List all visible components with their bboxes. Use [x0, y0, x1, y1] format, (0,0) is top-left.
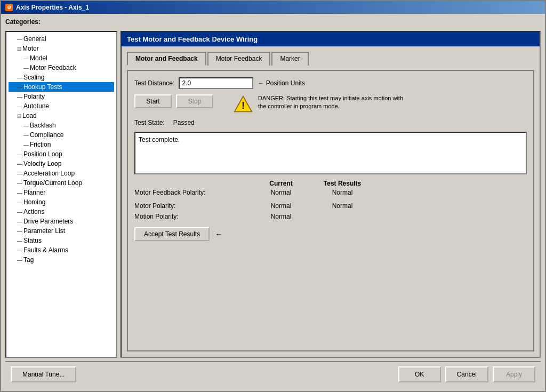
dash-icon-dp: — [17, 219, 22, 225]
sidebar-item-scaling[interactable]: — Scaling [9, 73, 114, 82]
sidebar-item-position-loop[interactable]: — Position Loop [9, 149, 114, 159]
sidebar-label-position-loop: Position Loop [23, 150, 62, 158]
dash-icon-tcl: — [17, 180, 22, 186]
dash-icon-compliance: — [23, 132, 29, 138]
results-current-motion: Normal [252, 213, 310, 220]
sidebar-label-load: Load [22, 112, 37, 119]
test-distance-input[interactable] [179, 77, 253, 89]
dash-icon-al: — [17, 171, 22, 177]
sidebar-item-torque-current-loop[interactable]: — Torque/Current Loop [9, 178, 114, 188]
svg-text:!: ! [242, 100, 245, 111]
bottom-left: Manual Tune... [11, 366, 76, 382]
apply-button[interactable]: Apply [493, 366, 535, 382]
test-distance-label: Test Distance: [134, 79, 174, 87]
sidebar-item-acceleration-loop[interactable]: — Acceleration Loop [9, 169, 114, 178]
danger-text: DANGER: Starting this test may initiate … [258, 94, 404, 111]
main-content: — General ⊟ Motor — Model — Motor Feedba… [5, 31, 541, 358]
sidebar-item-motor-feedback[interactable]: — Motor Feedback [9, 63, 114, 73]
right-panel: Test Motor and Feedback Device Wiring Mo… [121, 31, 541, 358]
dash-icon: — [17, 36, 22, 42]
tab-content: Test Distance: ← Position Units Start St… [127, 70, 534, 351]
tab-motor-and-feedback[interactable]: Motor and Feedback [127, 52, 206, 66]
sidebar-label-velocity-loop: Velocity Loop [23, 160, 61, 167]
dash-icon-friction: — [23, 142, 29, 148]
sidebar-item-parameter-list[interactable]: — Parameter List [9, 226, 114, 236]
dash-icon-paramlist: — [17, 228, 22, 234]
stop-button[interactable]: Stop [176, 94, 213, 108]
results-col-testresults-header: Test Results [310, 180, 374, 187]
dash-icon-tag: — [17, 257, 22, 263]
sidebar-item-hookup-tests[interactable]: — Hookup Tests [9, 82, 114, 92]
sidebar-label-polarity: Polarity [23, 93, 45, 100]
results-col-current-header: Current [252, 180, 310, 187]
results-label-mfp: Motor Feedback Polarity: [134, 189, 252, 196]
sidebar-item-polarity[interactable]: — Polarity [9, 92, 114, 101]
sidebar-label-hookup-tests: Hookup Tests [23, 83, 62, 91]
window-title: Axis Properties - Axis_1 [16, 4, 89, 11]
bottom-bar: Manual Tune... OK Cancel Apply [5, 361, 541, 387]
sidebar-label-faults-alarms: Faults & Alarms [23, 246, 68, 254]
sidebar-item-load[interactable]: ⊟ Load [9, 111, 114, 121]
sidebar-item-motor[interactable]: ⊟ Motor [9, 44, 114, 53]
sidebar-label-model: Model [30, 54, 47, 62]
sidebar-label-torque-current-loop: Torque/Current Loop [23, 179, 82, 187]
results-label-motion: Motion Polarity: [134, 213, 252, 220]
sidebar-label-motor: Motor [22, 45, 39, 52]
sidebar-item-faults-alarms[interactable]: — Faults & Alarms [9, 245, 114, 255]
accept-test-results-button[interactable]: Accept Test Results [134, 227, 210, 241]
sidebar-item-homing[interactable]: — Homing [9, 197, 114, 207]
dash-icon-status: — [17, 238, 22, 244]
dash-icon-mf: — [23, 65, 29, 71]
results-testresult-mfp: Normal [310, 189, 374, 196]
dash-icon-vl: — [17, 161, 22, 167]
categories-label: Categories: [5, 18, 541, 26]
dash-icon-backlash: — [23, 123, 29, 129]
position-units-label: ← Position Units [258, 79, 305, 87]
sidebar-label-drive-parameters: Drive Parameters [23, 218, 73, 225]
dash-icon-polarity: — [17, 94, 22, 100]
sidebar-item-actions[interactable]: — Actions [9, 207, 114, 217]
sidebar-item-autotune[interactable]: — Autotune [9, 101, 114, 111]
sidebar-label-scaling: Scaling [23, 74, 44, 81]
accept-arrow: ← [215, 230, 222, 238]
main-window: ⚙ Axis Properties - Axis_1 Categories: —… [0, 0, 546, 392]
cancel-button[interactable]: Cancel [445, 366, 488, 382]
sidebar-label-general: General [23, 35, 46, 43]
sidebar-item-friction[interactable]: — Friction [9, 140, 114, 149]
sidebar-item-planner[interactable]: — Planner [9, 188, 114, 197]
sidebar-label-planner: Planner [23, 189, 45, 196]
sidebar-item-model[interactable]: — Model [9, 53, 114, 63]
results-row-mp: Motor Polarity: Normal Normal [134, 198, 527, 211]
test-state-label: Test State: [134, 119, 165, 126]
test-distance-row: Test Distance: ← Position Units [134, 77, 527, 89]
accept-row: Accept Test Results ← [134, 227, 527, 241]
window-body: Categories: — General ⊟ Motor — Model [1, 14, 545, 391]
results-row-motion: Motion Polarity: Normal [134, 211, 527, 222]
tab-motor-feedback[interactable]: Motor Feedback [207, 52, 271, 66]
dash-icon-hookup: — [17, 84, 22, 90]
sidebar-item-compliance[interactable]: — Compliance [9, 130, 114, 140]
sidebar-label-homing: Homing [23, 198, 45, 206]
sidebar: — General ⊟ Motor — Model — Motor Feedba… [5, 31, 117, 358]
sidebar-item-general[interactable]: — General [9, 34, 114, 44]
tree-collapse-icon-load: ⊟ [17, 113, 21, 119]
sidebar-item-velocity-loop[interactable]: — Velocity Loop [9, 159, 114, 169]
sidebar-item-drive-parameters[interactable]: — Drive Parameters [9, 217, 114, 226]
sidebar-item-status[interactable]: — Status [9, 236, 114, 245]
results-current-mp: Normal [252, 202, 310, 210]
bottom-right: OK Cancel Apply [398, 366, 535, 382]
ok-button[interactable]: OK [398, 366, 441, 382]
sidebar-item-backlash[interactable]: — Backlash [9, 121, 114, 130]
dash-icon-scaling: — [17, 75, 22, 81]
start-button[interactable]: Start [134, 94, 172, 108]
test-output: Test complete. [134, 132, 527, 174]
results-row-mfp: Motor Feedback Polarity: Normal Normal [134, 187, 527, 198]
dash-icon-autotune: — [17, 103, 22, 109]
test-state-row: Test State: Passed [134, 119, 527, 126]
danger-box: ! DANGER: Starting this test may initiat… [234, 94, 404, 114]
results-label-mp: Motor Polarity: [134, 202, 252, 210]
tab-marker[interactable]: Marker [271, 52, 308, 66]
sidebar-item-tag[interactable]: — Tag [9, 255, 114, 265]
manual-tune-button[interactable]: Manual Tune... [11, 366, 76, 382]
dash-icon-pl: — [17, 151, 22, 157]
